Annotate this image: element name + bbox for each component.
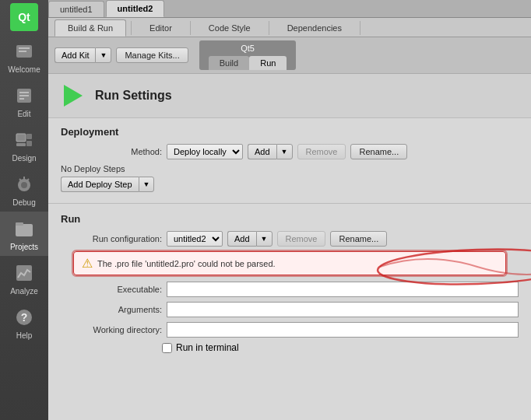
run-add-arrow[interactable]: ▼ [256, 231, 273, 247]
run-section: Run Run configuration: untitled2 Add ▼ R… [48, 207, 531, 359]
method-select[interactable]: Deploy locally [167, 144, 243, 159]
projects-icon [12, 216, 37, 241]
sidebar-label-debug: Debug [12, 198, 35, 207]
error-text: The .pro file 'untitled2.pro' could not … [97, 259, 276, 268]
svg-text:?: ? [21, 311, 28, 324]
sidebar-item-analyze[interactable]: Analyze [0, 256, 48, 300]
arguments-label: Arguments: [61, 305, 162, 314]
error-box: ⚠ The .pro file 'untitled2.pro' could no… [73, 251, 506, 275]
run-add-button[interactable]: Add [227, 231, 256, 247]
kit-sub-tabs: Build Run [209, 56, 287, 70]
sidebar-item-welcome[interactable]: Welcome [0, 34, 48, 79]
nav-sep-4 [360, 21, 360, 35]
file-tab-1[interactable]: untitled1 [48, 1, 104, 17]
deployment-header: Deployment [61, 126, 519, 138]
nav-sep-1 [131, 21, 132, 35]
add-kit-arrow[interactable]: ▼ [95, 47, 111, 63]
add-deploy-step-arrow[interactable]: ▼ [139, 177, 155, 192]
svg-rect-10 [16, 143, 26, 146]
section-divider [48, 203, 531, 204]
run-terminal-label: Run in terminal [176, 342, 239, 353]
welcome-icon [12, 39, 37, 64]
run-remove-button: Remove [277, 231, 326, 247]
manage-kits-button[interactable]: Manage Kits... [116, 47, 188, 63]
sidebar-item-debug[interactable]: Debug [0, 167, 48, 212]
deployment-section: Deployment Method: Deploy locally Add ▼ … [48, 118, 531, 200]
deploy-add-arrow[interactable]: ▼ [276, 144, 293, 159]
svg-point-12 [21, 182, 27, 188]
svg-marker-21 [64, 85, 83, 107]
run-add-split[interactable]: Add ▼ [227, 231, 273, 247]
run-config-label: Run configuration: [61, 234, 162, 243]
sidebar: Qt Welcome Edit [0, 0, 48, 420]
design-icon [12, 128, 37, 152]
warning-icon: ⚠ [82, 256, 93, 271]
svg-rect-8 [26, 134, 32, 139]
file-tab-2[interactable]: untitled2 [106, 0, 165, 17]
executable-label: Executable: [61, 285, 162, 294]
run-rename-button[interactable]: Rename... [330, 231, 387, 247]
working-dir-label: Working directory: [61, 325, 162, 334]
svg-rect-7 [16, 134, 26, 142]
add-deploy-step-split[interactable]: Add Deploy Step ▼ [61, 177, 154, 192]
run-settings-header: Run Settings [48, 74, 531, 118]
nav-sep-3 [269, 21, 269, 35]
svg-rect-1 [19, 47, 30, 49]
kit-tab-run[interactable]: Run [249, 56, 287, 70]
add-deploy-step-button[interactable]: Add Deploy Step [61, 177, 139, 192]
deploy-remove-button: Remove [297, 144, 346, 159]
run-header: Run [61, 213, 519, 225]
nav-sep-2 [190, 21, 191, 35]
svg-rect-17 [16, 222, 23, 226]
working-dir-row: Working directory: [61, 322, 519, 338]
sidebar-item-edit[interactable]: Edit [0, 79, 48, 123]
sidebar-label-design: Design [12, 154, 36, 163]
run-terminal-checkbox[interactable] [162, 343, 172, 353]
sidebar-label-help: Help [16, 331, 33, 340]
svg-rect-18 [16, 265, 32, 281]
svg-rect-16 [16, 224, 33, 236]
tab-dependencies[interactable]: Dependencies [274, 19, 355, 37]
working-dir-input[interactable] [167, 322, 519, 338]
content-area: Run Settings Deployment Method: Deploy l… [48, 74, 531, 420]
sidebar-item-design[interactable]: Design [0, 123, 48, 167]
help-icon: ? [12, 305, 37, 330]
sidebar-label-welcome: Welcome [8, 65, 40, 74]
deploy-add-button[interactable]: Add [248, 144, 276, 159]
sidebar-label-edit: Edit [17, 110, 30, 118]
sidebar-item-projects[interactable]: Projects [0, 212, 48, 256]
deploy-rename-button[interactable]: Rename... [350, 144, 407, 159]
tab-code-style[interactable]: Code Style [195, 19, 264, 37]
file-tab-bar: untitled1 untitled2 [48, 0, 531, 18]
deploy-add-split[interactable]: Add ▼ [248, 144, 293, 159]
svg-rect-9 [26, 141, 32, 146]
terminal-row: Run in terminal [162, 342, 519, 353]
svg-rect-2 [19, 51, 26, 52]
run-config-row: Run configuration: untitled2 Add ▼ Remov… [61, 231, 519, 247]
no-deploy-steps: No Deploy Steps [61, 164, 519, 173]
add-deploy-step-container: Add Deploy Step ▼ [61, 177, 154, 192]
add-kit-split[interactable]: Add Kit ▼ [55, 47, 111, 63]
kit-area: Add Kit ▼ Manage Kits... Qt5 Build Run [48, 37, 531, 74]
method-label: Method: [61, 147, 162, 156]
tab-editor[interactable]: Editor [136, 19, 185, 37]
run-settings-title: Run Settings [95, 89, 172, 103]
executable-input[interactable] [167, 282, 519, 297]
nav-tab-bar: Build & Run Editor Code Style Dependenci… [48, 18, 531, 37]
arguments-row: Arguments: [61, 302, 519, 317]
sidebar-item-help[interactable]: ? Help [0, 300, 48, 345]
debug-icon [12, 172, 37, 197]
kit-name: Qt5 [209, 44, 287, 54]
kit-box: Qt5 Build Run [199, 40, 297, 70]
run-config-select[interactable]: untitled2 [167, 231, 223, 247]
edit-icon [12, 83, 37, 108]
run-icon [59, 82, 87, 110]
tab-build-run[interactable]: Build & Run [55, 19, 126, 37]
executable-row: Executable: [61, 282, 519, 297]
qt-logo: Qt [10, 3, 38, 31]
add-kit-button[interactable]: Add Kit [55, 47, 95, 63]
arguments-input[interactable] [167, 302, 519, 317]
error-box-wrapper: ⚠ The .pro file 'untitled2.pro' could no… [61, 251, 519, 275]
kit-tab-build[interactable]: Build [209, 56, 249, 70]
sidebar-label-analyze: Analyze [10, 287, 38, 296]
